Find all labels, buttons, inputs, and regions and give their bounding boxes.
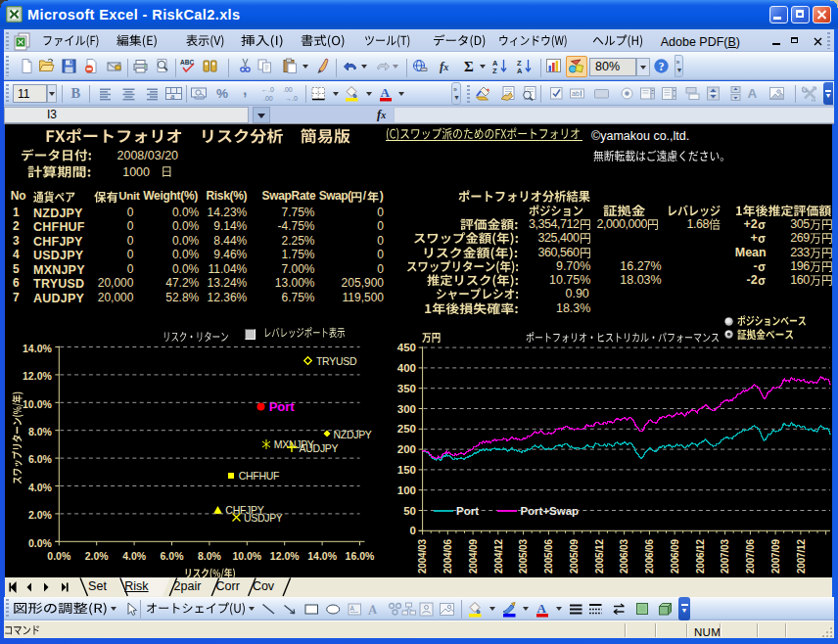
svg-text:A: A [367, 601, 378, 617]
svg-text:A: A [537, 601, 547, 616]
svg-text:A: A [350, 604, 355, 611]
